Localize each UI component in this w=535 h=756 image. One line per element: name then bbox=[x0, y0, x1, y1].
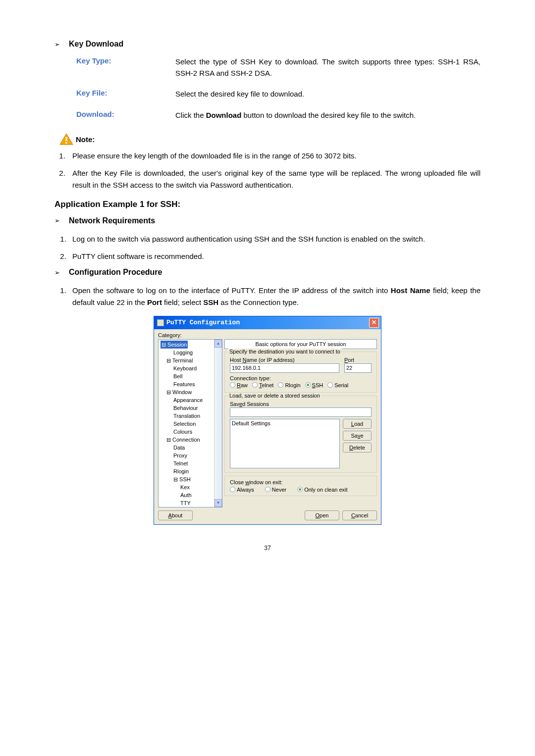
connection-type-label: Connection type: bbox=[230, 375, 372, 381]
tree-item[interactable]: ⊟ Session bbox=[160, 341, 222, 349]
putty-app-icon bbox=[157, 319, 164, 326]
panel-title: Basic options for your PuTTY session bbox=[224, 339, 377, 349]
close-window-label: Close window on exit: bbox=[230, 479, 372, 485]
hostname-label: Host Name (or IP address) bbox=[230, 357, 339, 363]
note-item-1: Please ensure the key length of the down… bbox=[67, 150, 481, 161]
scroll-up-icon[interactable]: ▲ bbox=[214, 340, 222, 348]
destination-legend: Specify the destination you want to conn… bbox=[228, 349, 342, 354]
radio-raw[interactable]: Raw bbox=[230, 382, 248, 388]
bullet-icon: ➢ bbox=[54, 269, 60, 276]
bullet-icon: ➢ bbox=[54, 217, 60, 224]
warning-icon bbox=[59, 133, 73, 145]
term-key-file: Key File: bbox=[76, 89, 175, 100]
port-label: Port bbox=[344, 357, 372, 363]
open-button[interactable]: Open bbox=[305, 510, 339, 520]
note-label: Note: bbox=[76, 135, 95, 144]
svg-rect-1 bbox=[66, 137, 67, 141]
network-req-2: PuTTY client software is recommended. bbox=[68, 251, 481, 262]
session-item-default[interactable]: Default Settings bbox=[232, 420, 338, 426]
key-download-heading: Key Download bbox=[69, 40, 123, 49]
about-button[interactable]: About bbox=[158, 510, 193, 520]
radio-rlogin[interactable]: Rlogin bbox=[278, 382, 300, 388]
network-req-heading: Network Requirements bbox=[69, 216, 155, 225]
cancel-button[interactable]: Cancel bbox=[342, 510, 377, 520]
section-heading: Application Example 1 for SSH: bbox=[54, 200, 481, 209]
tree-item[interactable]: Keyboard bbox=[160, 364, 222, 372]
tree-item[interactable]: Auth bbox=[160, 491, 222, 499]
load-button[interactable]: Load bbox=[343, 419, 372, 429]
port-input[interactable] bbox=[344, 363, 372, 373]
desc-key-file: Select the desired key file to download. bbox=[175, 89, 481, 100]
category-tree[interactable]: ⊟ SessionLogging⊟ TerminalKeyboardBellFe… bbox=[158, 339, 222, 507]
bullet-icon: ➢ bbox=[54, 41, 60, 48]
tree-item[interactable]: Colours bbox=[160, 428, 222, 436]
network-req-1: Log on to the switch via password authen… bbox=[68, 233, 481, 245]
tree-item[interactable]: Behaviour bbox=[160, 404, 222, 412]
tree-item[interactable]: Telnet bbox=[160, 459, 222, 467]
note-item-2: After the Key File is downloaded, the us… bbox=[67, 167, 481, 191]
tree-item[interactable]: Features bbox=[160, 380, 222, 388]
tree-item[interactable]: Proxy bbox=[160, 452, 222, 459]
radio-close-never[interactable]: Never bbox=[265, 487, 286, 493]
tree-item[interactable]: X11 bbox=[160, 507, 222, 507]
config-proc-1: Open the software to log on to the inter… bbox=[68, 285, 481, 308]
tree-item[interactable]: TTY bbox=[160, 499, 222, 507]
save-button[interactable]: Save bbox=[343, 431, 372, 441]
scroll-down-icon[interactable]: ▼ bbox=[214, 499, 222, 507]
saved-sessions-label: Saved Sessions bbox=[230, 401, 372, 407]
tree-item[interactable]: ⊟ SSH bbox=[160, 475, 222, 483]
sessions-list[interactable]: Default Settings bbox=[230, 419, 340, 468]
radio-close-only-on-clean-exit[interactable]: Only on clean exit bbox=[297, 487, 347, 493]
putty-title: PuTTY Configuration bbox=[166, 319, 240, 326]
radio-close-always[interactable]: Always bbox=[230, 487, 254, 493]
svg-rect-2 bbox=[66, 142, 67, 144]
putty-config-window: PuTTY Configuration ✕ Category: ⊟ Sessio… bbox=[154, 316, 381, 525]
close-icon[interactable]: ✕ bbox=[369, 318, 379, 328]
tree-item[interactable]: Translation bbox=[160, 412, 222, 420]
sessions-legend: Load, save or delete a stored session bbox=[228, 393, 321, 399]
desc-download: Click the Download button to download th… bbox=[175, 110, 481, 121]
tree-item[interactable]: Logging bbox=[160, 349, 222, 356]
saved-sessions-input[interactable] bbox=[230, 407, 372, 417]
delete-button[interactable]: Delete bbox=[343, 443, 372, 453]
tree-item[interactable]: ⊟ Window bbox=[160, 388, 222, 396]
tree-item[interactable]: ⊟ Terminal bbox=[160, 356, 222, 364]
term-key-type: Key Type: bbox=[76, 56, 175, 79]
tree-item[interactable]: Data bbox=[160, 444, 222, 452]
desc-key-type: Select the type of SSH Key to download. … bbox=[175, 56, 481, 79]
category-label: Category: bbox=[158, 332, 377, 338]
tree-item[interactable]: Kex bbox=[160, 483, 222, 491]
tree-item[interactable]: Selection bbox=[160, 420, 222, 428]
radio-telnet[interactable]: Telnet bbox=[252, 382, 273, 388]
tree-item[interactable]: Appearance bbox=[160, 396, 222, 404]
scrollbar[interactable]: ▲ ▼ bbox=[214, 340, 222, 507]
radio-serial[interactable]: Serial bbox=[327, 382, 348, 388]
tree-item[interactable]: ⊟ Connection bbox=[160, 436, 222, 444]
hostname-input[interactable] bbox=[230, 363, 339, 373]
page-number: 37 bbox=[54, 545, 481, 552]
radio-ssh[interactable]: SSH bbox=[305, 382, 323, 388]
config-proc-heading: Configuration Procedure bbox=[69, 268, 162, 277]
term-download: Download: bbox=[76, 110, 175, 121]
tree-item[interactable]: Rlogin bbox=[160, 467, 222, 475]
tree-item[interactable]: Bell bbox=[160, 372, 222, 380]
